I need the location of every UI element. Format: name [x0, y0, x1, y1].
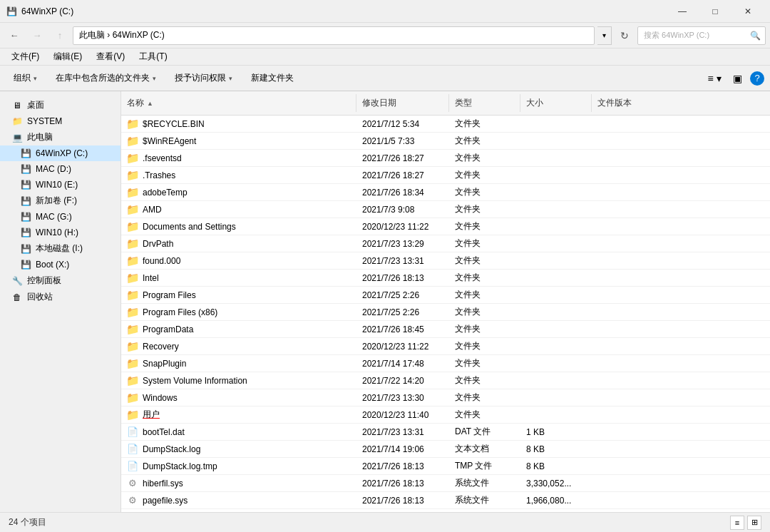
file-date: 2020/12/23 11:22 — [362, 342, 428, 352]
file-name-cell: 📁 ProgramData — [121, 321, 356, 337]
boot-x-icon: 💾 — [20, 259, 31, 270]
file-type-cell: 文件夹 — [449, 389, 520, 406]
search-box[interactable]: 搜索 64WinXP (C:) 🔍 — [637, 26, 766, 45]
table-row[interactable]: 📁 $RECYCLE.BIN 2021/7/12 5:34 文件夹 — [121, 116, 770, 133]
sidebar-item-desktop[interactable]: 🖥 桌面 — [0, 97, 120, 113]
table-row[interactable]: 📄 bootTel.dat 2021/7/23 13:31 DAT 文件 1 K… — [121, 424, 770, 441]
table-row[interactable]: 📁 Program Files (x86) 2021/7/25 2:26 文件夹 — [121, 304, 770, 321]
col-header-type[interactable]: 类型 — [449, 94, 520, 112]
file-size-cell — [520, 338, 592, 354]
sidebar-item-mac-g[interactable]: 💾 MAC (G:) — [0, 209, 120, 225]
file-icon: 📁 — [127, 170, 138, 181]
file-icon: 📁 — [127, 290, 138, 301]
table-row[interactable]: 📁 Intel 2021/7/26 18:13 文件夹 — [121, 270, 770, 287]
table-row[interactable]: 📁 Windows 2021/7/23 13:30 文件夹 — [121, 389, 770, 406]
col-header-version[interactable]: 文件版本 — [592, 94, 677, 112]
table-row[interactable]: 📁 .fseventsd 2021/7/26 18:27 文件夹 — [121, 150, 770, 167]
file-date: 2021/7/26 18:27 — [362, 170, 424, 180]
table-row[interactable]: 📁 adobeTemp 2021/7/26 18:34 文件夹 — [121, 184, 770, 201]
sidebar-item-recycle[interactable]: 🗑 回收站 — [0, 289, 120, 305]
address-dropdown[interactable]: ▾ — [597, 26, 612, 45]
file-type-cell: 文件夹 — [449, 338, 520, 354]
refresh-button[interactable]: ↻ — [615, 26, 635, 46]
menu-file[interactable]: 文件(F) — [6, 49, 45, 64]
col-header-size[interactable]: 大小 — [520, 94, 592, 112]
col-header-date[interactable]: 修改日期 — [356, 94, 449, 112]
file-size: 1 KB — [526, 427, 545, 437]
file-type-cell: 文件夹 — [449, 252, 520, 269]
col-header-name[interactable]: 名称 ▲ — [121, 94, 356, 112]
file-type: 文件夹 — [455, 203, 481, 215]
sidebar-item-64winxp[interactable]: 💾 64WinXP (C:) — [0, 145, 120, 161]
table-row[interactable]: 📁 found.000 2021/7/23 13:31 文件夹 — [121, 252, 770, 270]
new-folder-button[interactable]: 新建文件夹 — [243, 68, 302, 88]
organize-button[interactable]: 组织 ▾ — [6, 68, 45, 88]
menu-edit[interactable]: 编辑(E) — [48, 49, 88, 64]
table-row[interactable]: 📁 ProgramData 2021/7/26 18:45 文件夹 — [121, 321, 770, 338]
address-input[interactable]: 此电脑 › 64WinXP (C:) — [73, 26, 595, 45]
include-library-button[interactable]: 在库中包含所选的文件夹 ▾ — [48, 68, 164, 88]
file-list-container: 名称 ▲ 修改日期 类型 大小 文件版本 📁 $RECYCLE.BIN 2021… — [121, 91, 770, 512]
win10-h-icon: 💾 — [20, 227, 31, 238]
table-row[interactable]: ⚙ pagefile.sys 2021/7/26 18:13 系统文件 1,96… — [121, 492, 770, 509]
up-button[interactable]: ↑ — [50, 26, 70, 46]
menu-tools[interactable]: 工具(T) — [133, 49, 173, 64]
file-icon: 📁 — [127, 221, 138, 232]
file-version-cell — [592, 424, 677, 440]
file-type: 文件夹 — [455, 289, 481, 301]
back-button[interactable]: ← — [4, 26, 24, 46]
file-size-cell — [520, 355, 592, 372]
file-version-cell — [592, 201, 677, 218]
sidebar-label-boot-x: Boot (X:) — [36, 260, 69, 270]
table-row[interactable]: 📁 Documents and Settings 2020/12/23 11:2… — [121, 218, 770, 235]
forward-button[interactable]: → — [27, 26, 47, 46]
file-name: adobeTemp — [143, 188, 188, 198]
table-row[interactable]: 📁 $WinREAgent 2021/1/5 7:33 文件夹 — [121, 133, 770, 150]
file-name-cell: 📁 $WinREAgent — [121, 133, 356, 149]
table-row[interactable]: 📁 Program Files 2021/7/25 2:26 文件夹 — [121, 287, 770, 304]
table-row[interactable]: 📁 AMD 2021/7/3 9:08 文件夹 — [121, 201, 770, 218]
sidebar-item-boot-x[interactable]: 💾 Boot (X:) — [0, 257, 120, 272]
grant-access-button[interactable]: 授予访问权限 ▾ — [167, 68, 240, 88]
sidebar-item-thispc[interactable]: 💻 此电脑 — [0, 129, 120, 145]
file-icon: 📄 — [127, 444, 138, 455]
sidebar-item-system[interactable]: 📁 SYSTEM — [0, 113, 120, 129]
help-button[interactable]: ? — [750, 71, 764, 86]
table-row[interactable]: 📁 DrvPath 2021/7/23 13:29 文件夹 — [121, 235, 770, 252]
file-date-cell: 2020/12/23 11:22 — [356, 338, 449, 354]
file-name: Intel — [143, 273, 159, 283]
file-date-cell: 2021/7/22 14:20 — [356, 372, 449, 389]
table-row[interactable]: 📁 用户 2020/12/23 11:40 文件夹 — [121, 406, 770, 424]
table-row[interactable]: 📁 Recovery 2020/12/23 11:22 文件夹 — [121, 338, 770, 355]
preview-pane-button[interactable]: ▣ — [727, 68, 747, 88]
menu-view[interactable]: 查看(V) — [91, 49, 130, 64]
file-type-cell: 文件夹 — [449, 270, 520, 286]
file-name: $RECYCLE.BIN — [143, 119, 205, 129]
table-row[interactable]: 📄 DumpStack.log.tmp 2021/7/26 18:13 TMP … — [121, 458, 770, 475]
status-view-btn-2[interactable]: ⊞ — [747, 516, 761, 530]
table-row[interactable]: ⚙ hiberfil.sys 2021/7/26 18:13 系统文件 3,33… — [121, 475, 770, 492]
file-size-cell — [520, 252, 592, 269]
file-version-cell — [592, 218, 677, 235]
status-view-btn-1[interactable]: ≡ — [730, 516, 744, 530]
file-date-cell: 2021/7/14 17:48 — [356, 355, 449, 372]
table-row[interactable]: 📁 SnapPlugin 2021/7/14 17:48 文件夹 — [121, 355, 770, 372]
table-row[interactable]: 📁 System Volume Information 2021/7/22 14… — [121, 372, 770, 389]
sidebar-label-thispc: 此电脑 — [27, 131, 53, 143]
close-button[interactable]: ✕ — [732, 0, 764, 23]
sidebar-label-desktop: 桌面 — [27, 99, 44, 111]
maximize-button[interactable]: □ — [699, 0, 732, 23]
sidebar-item-win10-h[interactable]: 💾 WIN10 (H:) — [0, 225, 120, 240]
file-size: 3,330,052... — [526, 479, 571, 488]
sidebar-item-win10-e[interactable]: 💾 WIN10 (E:) — [0, 177, 120, 193]
file-name: $WinREAgent — [143, 136, 196, 146]
minimize-button[interactable]: — — [666, 0, 699, 23]
sidebar-item-mac-d[interactable]: 💾 MAC (D:) — [0, 161, 120, 177]
table-row[interactable]: 📄 DumpStack.log 2021/7/14 19:06 文本文档 8 K… — [121, 441, 770, 458]
sidebar-item-new-f[interactable]: 💾 新加卷 (F:) — [0, 193, 120, 209]
view-toggle-button[interactable]: ≡ ▾ — [704, 68, 724, 88]
sidebar-item-local-i[interactable]: 💾 本地磁盘 (I:) — [0, 240, 120, 257]
file-size-cell — [520, 321, 592, 337]
sidebar-item-control[interactable]: 🔧 控制面板 — [0, 272, 120, 289]
table-row[interactable]: 📁 .Trashes 2021/7/26 18:27 文件夹 — [121, 167, 770, 184]
